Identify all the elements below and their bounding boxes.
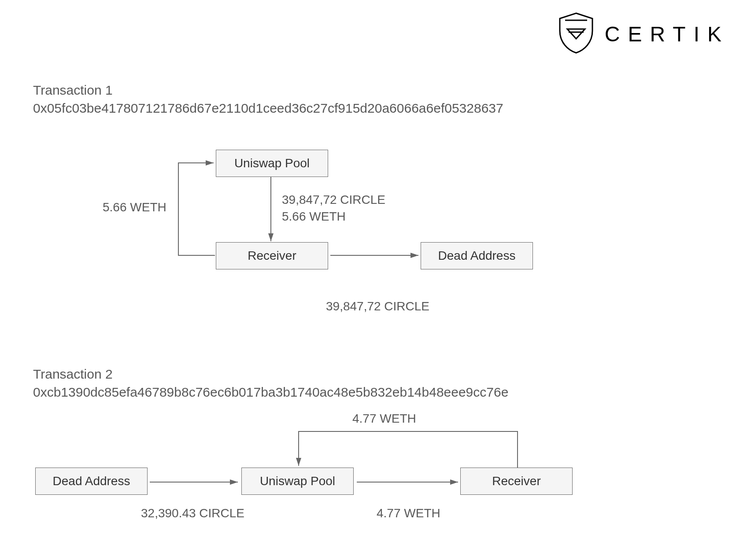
brand-name: CERTIK: [605, 22, 729, 46]
tx1-node-receiver-label: Receiver: [248, 249, 296, 263]
tx2-edge-label-pool-to-receiver: 4.77 WETH: [377, 506, 440, 520]
tx2-node-uniswap-pool-label: Uniswap Pool: [260, 474, 335, 488]
tx2-node-dead-address: Dead Address: [35, 468, 148, 495]
tx1-node-dead-address-label: Dead Address: [438, 249, 516, 263]
tx2-node-uniswap-pool: Uniswap Pool: [241, 468, 354, 495]
tx2-node-dead-address-label: Dead Address: [53, 474, 130, 488]
tx1-header: Transaction 1 0x05fc03be417807121786d67e…: [33, 81, 503, 117]
tx1-node-uniswap-pool-label: Uniswap Pool: [234, 156, 310, 170]
tx2-hash: 0xcb1390dc85efa46789b8c76ec6b017ba3b1740…: [33, 383, 508, 402]
brand-logo: CERTIK: [556, 12, 729, 56]
tx2-node-receiver-label: Receiver: [492, 474, 540, 488]
tx2-title: Transaction 2: [33, 365, 508, 383]
tx2-edge-label-top: 4.77 WETH: [352, 412, 416, 426]
tx1-title: Transaction 1: [33, 81, 503, 99]
tx1-node-uniswap-pool: Uniswap Pool: [216, 150, 328, 177]
tx1-node-dead-address: Dead Address: [421, 242, 533, 269]
tx1-edge-label-receiver-to-pool: 5.66 WETH: [103, 200, 166, 214]
tx1-hash: 0x05fc03be417807121786d67e2110d1ceed36c2…: [33, 99, 503, 118]
shield-icon: [556, 12, 596, 56]
tx1-node-receiver: Receiver: [216, 242, 328, 269]
tx1-edge-label-pool-to-receiver-1: 39,847,72 CIRCLE: [282, 193, 385, 207]
tx1-edge-label-pool-to-receiver-2: 5.66 WETH: [282, 210, 346, 224]
tx2-edge-label-dead-to-pool: 32,390.43 CIRCLE: [141, 506, 244, 520]
tx2-node-receiver: Receiver: [460, 468, 573, 495]
tx1-edge-label-receiver-to-dead: 39,847,72 CIRCLE: [326, 299, 429, 313]
tx2-header: Transaction 2 0xcb1390dc85efa46789b8c76e…: [33, 365, 508, 401]
